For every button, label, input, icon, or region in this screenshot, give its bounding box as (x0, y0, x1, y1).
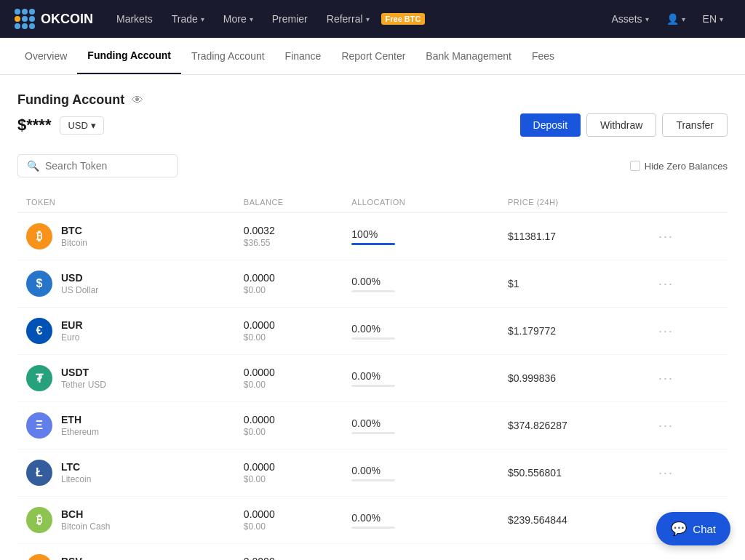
allocation-percent: 0.00% (351, 276, 490, 287)
table-row: ₿ BTC Bitcoin 0.0032 $36.55 100% (17, 213, 728, 260)
col-price: PRICE (24H) (499, 192, 644, 213)
main-content: Funding Account 👁 $**** USD ▾ Deposit Wi… (0, 75, 745, 560)
nav-more[interactable]: More ▾ (216, 0, 260, 38)
price-value: $11381.17 (508, 231, 635, 242)
actions-cell-eth[interactable]: ··· (644, 402, 728, 449)
price-cell-eth: $374.826287 (499, 402, 644, 449)
chat-button[interactable]: 💬 Chat (656, 512, 730, 545)
allocation-percent: 0.00% (351, 465, 490, 476)
deposit-button[interactable]: Deposit (520, 113, 581, 137)
hide-zero-checkbox[interactable] (630, 161, 640, 171)
token-info-bsv: BSV Bitcoin Cash SV (61, 556, 124, 560)
navbar-right: Assets ▾ 👤 ▾ EN ▾ (605, 0, 730, 38)
assets-chevron: ▾ (645, 15, 649, 23)
token-name: Tether USD (61, 380, 106, 390)
actions-cell-eur[interactable]: ··· (644, 308, 728, 355)
nav-assets[interactable]: Assets ▾ (605, 0, 656, 38)
actions-cell-usdt[interactable]: ··· (644, 355, 728, 402)
actions-cell-usd[interactable]: ··· (644, 260, 728, 308)
withdraw-button[interactable]: Withdraw (586, 113, 656, 137)
hide-zero-label[interactable]: Hide Zero Balances (630, 161, 728, 172)
price-value: $1 (508, 278, 635, 289)
allocation-bar-bg (351, 385, 395, 387)
eye-icon[interactable]: 👁 (132, 94, 143, 107)
price-cell-eur: $1.179772 (499, 308, 644, 355)
actions-cell-bsv[interactable]: ··· (644, 544, 728, 561)
currency-selector[interactable]: USD ▾ (60, 116, 103, 135)
tab-fees[interactable]: Fees (522, 39, 565, 73)
allocation-percent: 0.00% (351, 323, 490, 335)
logo[interactable]: OKCOIN (15, 9, 93, 29)
tab-finance[interactable]: Finance (275, 39, 332, 73)
token-cell-eur: € EUR Euro (17, 308, 235, 355)
token-symbol: USDT (61, 367, 106, 378)
price-value: $374.826287 (508, 420, 635, 431)
search-input[interactable] (45, 160, 168, 172)
tab-funding-account[interactable]: Funding Account (77, 38, 181, 74)
token-icon-ltc: Ł (26, 460, 52, 486)
allocation-cell-eur: 0.00% (343, 308, 499, 355)
token-symbol: BTC (61, 225, 87, 236)
token-icon-eur: € (26, 318, 52, 344)
col-token: TOKEN (17, 192, 235, 213)
tab-overview[interactable]: Overview (15, 39, 77, 73)
search-box[interactable]: 🔍 (17, 154, 178, 177)
navbar: OKCOIN Markets Trade ▾ More ▾ Premier Re… (0, 0, 745, 38)
logo-dots (15, 9, 35, 29)
more-options-button[interactable]: ··· (653, 463, 719, 484)
token-symbol: LTC (61, 461, 91, 473)
token-name: Euro (61, 332, 83, 343)
allocation-percent: 0.00% (351, 512, 490, 524)
currency-chevron: ▾ (91, 120, 96, 131)
allocation-cell-usd: 0.00% (343, 260, 499, 308)
balance-usd-value: $0.00 (244, 380, 334, 390)
nav-premier[interactable]: Premier (265, 0, 315, 38)
more-options-button[interactable]: ··· (653, 368, 719, 389)
price-value: $239.564844 (508, 514, 635, 526)
allocation-bar-bg (351, 479, 395, 481)
more-options-button[interactable]: ··· (653, 321, 719, 342)
allocation-cell-bsv: 0.00% (343, 544, 499, 561)
col-allocation: ALLOCATION (343, 192, 499, 213)
balance-value: 0.0000 (244, 508, 334, 520)
nav-language[interactable]: EN ▾ (696, 0, 730, 38)
tabs-bar: Overview Funding Account Trading Account… (0, 38, 745, 75)
nav-markets[interactable]: Markets (109, 0, 160, 38)
actions-cell-ltc[interactable]: ··· (644, 449, 728, 497)
token-icon-bsv: ₿ (26, 554, 52, 560)
allocation-bar-bg (351, 243, 395, 245)
price-value: $0.999836 (508, 372, 635, 384)
search-filter-row: 🔍 Hide Zero Balances (17, 154, 728, 177)
balance-row: $**** USD ▾ Deposit Withdraw Transfer (17, 113, 728, 137)
tab-trading-account[interactable]: Trading Account (181, 39, 275, 73)
more-options-button[interactable]: ··· (653, 226, 719, 247)
token-cell-eth: Ξ ETH Ethereum (17, 402, 235, 449)
token-info-ltc: LTC Litecoin (61, 461, 91, 484)
nav-account[interactable]: 👤 ▾ (659, 0, 693, 38)
balance-usd-value: $0.00 (244, 474, 334, 484)
balance-cell-bsv: 0.0000 $0.00 (235, 544, 343, 561)
action-buttons: Deposit Withdraw Transfer (520, 113, 728, 137)
nav-referral[interactable]: Referral ▾ (319, 0, 377, 38)
balance-usd-value: $0.00 (244, 521, 334, 532)
actions-cell-btc[interactable]: ··· (644, 213, 728, 260)
token-name: Bitcoin (61, 238, 87, 248)
nav-trade[interactable]: Trade ▾ (164, 0, 212, 38)
token-info-eth: ETH Ethereum (61, 414, 99, 437)
balance-cell-btc: 0.0032 $36.55 (235, 213, 343, 260)
table-header-row: TOKEN BALANCE ALLOCATION PRICE (24H) (17, 192, 728, 213)
free-btc-badge[interactable]: Free BTC (381, 13, 426, 25)
tab-bank-management[interactable]: Bank Management (415, 39, 522, 73)
transfer-button[interactable]: Transfer (662, 113, 728, 137)
price-cell-bch: $239.564844 (499, 497, 644, 544)
tab-report-center[interactable]: Report Center (331, 39, 415, 73)
token-symbol: BCH (61, 508, 110, 520)
token-icon-usdt: ₮ (26, 365, 52, 391)
allocation-cell-eth: 0.00% (343, 402, 499, 449)
more-options-button[interactable]: ··· (653, 273, 719, 295)
token-info-usdt: USDT Tether USD (61, 367, 106, 390)
more-options-button[interactable]: ··· (653, 557, 719, 561)
more-options-button[interactable]: ··· (653, 415, 719, 436)
token-cell-bsv: ₿ BSV Bitcoin Cash SV (17, 544, 235, 561)
allocation-percent: 100% (351, 228, 490, 240)
